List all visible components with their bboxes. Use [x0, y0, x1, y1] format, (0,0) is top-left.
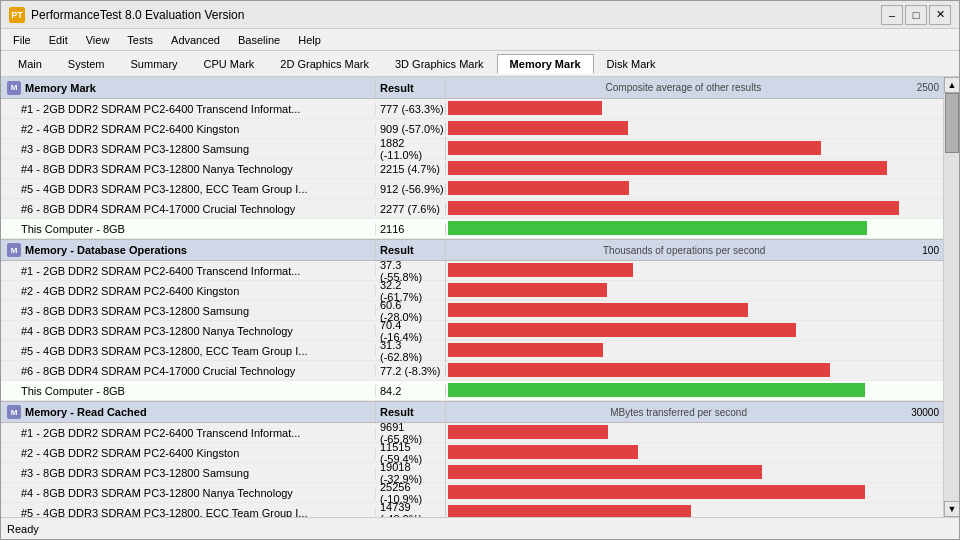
bar: [448, 343, 603, 357]
tab-main[interactable]: Main: [5, 54, 55, 74]
section2-result-header: Result: [376, 240, 446, 260]
table-row: #3 - 8GB DDR3 SDRAM PC3-12800 Samsung 19…: [1, 463, 943, 483]
window-title: PerformanceTest 8.0 Evaluation Version: [31, 8, 244, 22]
table-row: #5 - 4GB DDR3 SDRAM PC3-12800, ECC Team …: [1, 179, 943, 199]
section-read-cached: M Memory - Read Cached Result MBytes tra…: [1, 401, 943, 517]
bar: [448, 505, 691, 517]
table-row: #4 - 8GB DDR3 SDRAM PC3-12800 Nanya Tech…: [1, 159, 943, 179]
status-text: Ready: [7, 523, 39, 535]
table-row: #4 - 8GB DDR3 SDRAM PC3-12800 Nanya Tech…: [1, 321, 943, 341]
bar: [448, 485, 865, 499]
section3-result-header: Result: [376, 402, 446, 422]
section2-icon: M: [7, 243, 21, 257]
section1-icon: M: [7, 81, 21, 95]
menu-baseline[interactable]: Baseline: [230, 32, 288, 48]
tab-memory-mark[interactable]: Memory Mark: [497, 54, 594, 74]
table-row: #6 - 8GB DDR4 SDRAM PC4-17000 Crucial Te…: [1, 199, 943, 219]
bar: [448, 465, 762, 479]
window-controls: – □ ✕: [881, 5, 951, 25]
bar: [448, 445, 638, 459]
close-button[interactable]: ✕: [929, 5, 951, 25]
table-row: #2 - 4GB DDR2 SDRAM PC2-6400 Kingston 11…: [1, 443, 943, 463]
bar: [448, 363, 830, 377]
table-row: #2 - 4GB DDR2 SDRAM PC2-6400 Kingston 32…: [1, 281, 943, 301]
bar: [448, 323, 796, 337]
bar: [448, 303, 748, 317]
bar: [448, 181, 629, 195]
table-row: #3 - 8GB DDR3 SDRAM PC3-12800 Samsung 18…: [1, 139, 943, 159]
table-row-this-computer: This Computer - 8GB 84.2: [1, 381, 943, 401]
table-row: #4 - 8GB DDR3 SDRAM PC3-12800 Nanya Tech…: [1, 483, 943, 503]
main-content: M Memory Mark Result Composite average o…: [1, 77, 959, 517]
tab-3d-graphics[interactable]: 3D Graphics Mark: [382, 54, 497, 74]
bar: [448, 263, 633, 277]
scroll-down-button[interactable]: ▼: [944, 501, 959, 517]
scroll-track[interactable]: [944, 93, 959, 501]
table-row: #1 - 2GB DDR2 SDRAM PC2-6400 Transcend I…: [1, 99, 943, 119]
section1-result-header: Result: [376, 77, 446, 98]
section2-header-title: M Memory - Database Operations: [1, 240, 376, 260]
minimize-button[interactable]: –: [881, 5, 903, 25]
section2-chart-header: Thousands of operations per second 100: [446, 240, 943, 260]
section1-chart-label: Composite average of other results 2500: [446, 77, 943, 98]
tab-bar: Main System Summary CPU Mark 2D Graphics…: [1, 51, 959, 77]
title-bar: PT PerformanceTest 8.0 Evaluation Versio…: [1, 1, 959, 29]
tab-summary[interactable]: Summary: [118, 54, 191, 74]
bar: [448, 121, 628, 135]
menu-file[interactable]: File: [5, 32, 39, 48]
bar: [448, 161, 887, 175]
scroll-up-button[interactable]: ▲: [944, 77, 959, 93]
tab-2d-graphics[interactable]: 2D Graphics Mark: [267, 54, 382, 74]
table-row: #5 - 4GB DDR3 SDRAM PC3-12800, ECC Team …: [1, 503, 943, 517]
section1-header-title: M Memory Mark: [1, 77, 376, 98]
bar-green: [448, 383, 865, 397]
bar: [448, 283, 607, 297]
section3-icon: M: [7, 405, 21, 419]
bar-green: [448, 221, 867, 235]
bar: [448, 141, 821, 155]
menu-bar: File Edit View Tests Advanced Baseline H…: [1, 29, 959, 51]
bar: [448, 101, 602, 115]
section3-chart-header: MBytes transferred per second 30000: [446, 402, 943, 422]
table-row: #1 - 2GB DDR2 SDRAM PC2-6400 Transcend I…: [1, 261, 943, 281]
tab-system[interactable]: System: [55, 54, 118, 74]
app-icon: PT: [9, 7, 25, 23]
table-row-this-computer: This Computer - 8GB 2116: [1, 219, 943, 239]
title-bar-left: PT PerformanceTest 8.0 Evaluation Versio…: [9, 7, 244, 23]
menu-tests[interactable]: Tests: [119, 32, 161, 48]
data-area: M Memory Mark Result Composite average o…: [1, 77, 959, 517]
maximize-button[interactable]: □: [905, 5, 927, 25]
menu-edit[interactable]: Edit: [41, 32, 76, 48]
table-row: #2 - 4GB DDR2 SDRAM PC2-6400 Kingston 90…: [1, 119, 943, 139]
tab-disk-mark[interactable]: Disk Mark: [594, 54, 669, 74]
table-row: #5 - 4GB DDR3 SDRAM PC3-12800, ECC Team …: [1, 341, 943, 361]
table-row: #3 - 8GB DDR3 SDRAM PC3-12800 Samsung 60…: [1, 301, 943, 321]
vertical-scrollbar[interactable]: ▲ ▼: [943, 77, 959, 517]
status-bar: Ready: [1, 517, 959, 539]
table-container[interactable]: M Memory Mark Result Composite average o…: [1, 77, 943, 517]
app-window: PT PerformanceTest 8.0 Evaluation Versio…: [0, 0, 960, 540]
bar: [448, 425, 608, 439]
scroll-thumb[interactable]: [945, 93, 959, 153]
menu-view[interactable]: View: [78, 32, 118, 48]
table-row: #1 - 2GB DDR2 SDRAM PC2-6400 Transcend I…: [1, 423, 943, 443]
section3-header-title: M Memory - Read Cached: [1, 402, 376, 422]
table-row: #6 - 8GB DDR4 SDRAM PC4-17000 Crucial Te…: [1, 361, 943, 381]
section-memory-mark: M Memory Mark Result Composite average o…: [1, 77, 943, 239]
section-database-ops: M Memory - Database Operations Result Th…: [1, 239, 943, 401]
menu-help[interactable]: Help: [290, 32, 329, 48]
bar: [448, 201, 899, 215]
tab-cpu-mark[interactable]: CPU Mark: [191, 54, 268, 74]
menu-advanced[interactable]: Advanced: [163, 32, 228, 48]
